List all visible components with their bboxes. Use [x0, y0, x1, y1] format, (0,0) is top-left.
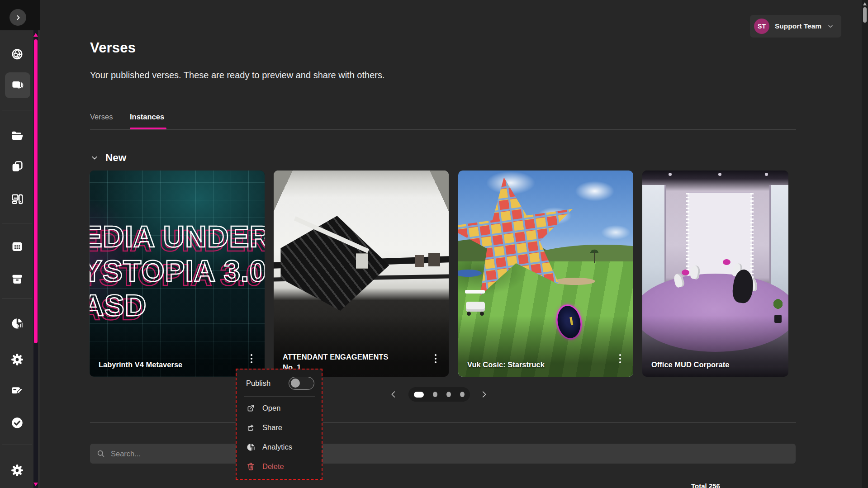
publish-toggle[interactable]	[289, 377, 314, 390]
media-layout-icon	[10, 192, 24, 206]
globe-search-icon	[10, 48, 24, 62]
check-circle-icon	[10, 416, 24, 430]
carousel-prev-button[interactable]	[387, 388, 400, 401]
chevron-right-icon	[479, 389, 489, 399]
card-context-menu: Publish Open Share	[236, 369, 323, 480]
menu-item-label: Delete	[262, 462, 284, 471]
share-icon	[246, 423, 256, 432]
card-kebab-menu-button[interactable]	[616, 354, 624, 366]
pie-chart-icon	[246, 442, 256, 452]
verse-card-office-mud[interactable]: Office MUD Corporate	[642, 171, 788, 377]
folder-open-icon	[10, 129, 24, 142]
sidebar-item-archive[interactable]	[5, 267, 30, 291]
card-edit-icon	[10, 384, 24, 397]
scroll-up-arrow-icon[interactable]	[863, 2, 867, 5]
search-input[interactable]	[111, 450, 789, 458]
carousel-next-button[interactable]	[478, 388, 490, 401]
page-scrollbar-thumb[interactable]	[863, 7, 867, 23]
avatar-initials: ST	[758, 23, 766, 30]
context-menu-item-share[interactable]: Share	[237, 418, 322, 437]
search-bar[interactable]	[90, 444, 796, 464]
context-menu-item-analytics[interactable]: Analytics	[237, 437, 322, 457]
gear-icon	[10, 464, 24, 477]
sidebar-item-settings[interactable]	[5, 348, 30, 371]
context-menu-publish-row: Publish	[237, 371, 322, 395]
scroll-down-arrow-icon[interactable]	[33, 483, 38, 486]
page-scrollbar[interactable]	[862, 0, 868, 488]
sidebar-item-media[interactable]	[5, 187, 30, 211]
account-menu-button[interactable]: ST Support Team	[750, 15, 841, 38]
toggle-knob	[291, 379, 300, 388]
sidebar-item-analytics[interactable]	[5, 312, 30, 335]
art-text-line: YSTOPIA 3.0	[90, 254, 265, 288]
layers-icon	[10, 78, 24, 92]
sidebar-divider	[2, 223, 32, 223]
chevron-right-icon	[14, 13, 23, 22]
search-icon	[96, 449, 105, 458]
context-menu-item-delete[interactable]: Delete	[237, 457, 322, 476]
gear-icon	[10, 353, 24, 366]
page-title: Verses	[90, 40, 136, 56]
pie-chart-icon	[10, 317, 24, 330]
sidebar-item-admin-settings[interactable]	[5, 459, 30, 482]
carousel-page-dots	[408, 387, 470, 402]
total-count-label: Total 256	[691, 482, 720, 488]
sidebar-item-tasks[interactable]	[5, 411, 30, 435]
card-kebab-menu-button[interactable]	[247, 354, 256, 366]
avatar: ST	[754, 19, 769, 34]
card-title: Labyrinth V4 Metaverse	[99, 360, 182, 370]
tab-verses[interactable]: Verses	[90, 113, 113, 121]
menu-item-label: Open	[262, 404, 280, 412]
verse-card-attendant[interactable]: ATTENDANT ENGAGEMENTS No. 1	[274, 171, 449, 377]
sidebar-item-verses[interactable]	[5, 73, 30, 97]
sidebar-divider	[2, 298, 32, 299]
verse-card-labyrinth[interactable]: EDIA UNDER YSTOPIA 3.0 ASD Labyrinth V4 …	[90, 171, 265, 377]
sidebar-item-discover[interactable]	[5, 43, 30, 66]
sidebar-divider	[2, 110, 32, 110]
trash-icon	[246, 462, 256, 471]
sidebar-item-card-edit[interactable]	[5, 379, 30, 402]
page-dot-2[interactable]	[433, 392, 437, 397]
section-label: New	[105, 152, 126, 164]
chevron-down-icon	[827, 23, 834, 30]
chevron-down-icon	[90, 154, 99, 162]
tab-instances[interactable]: Instances	[130, 113, 164, 121]
external-link-icon	[246, 403, 256, 413]
section-divider	[90, 422, 796, 423]
verse-card-starstruck[interactable]: Vuk Cosic: Starstruck	[458, 171, 633, 377]
menu-item-label: Analytics	[262, 443, 292, 451]
page-subtitle: Your published verses. These are ready t…	[90, 70, 384, 81]
copies-icon	[10, 160, 24, 173]
context-menu-item-open[interactable]: Open	[237, 398, 322, 418]
calendar-dots-icon	[10, 240, 24, 253]
sidebar-expand-button[interactable]	[9, 9, 26, 26]
archive-box-icon	[10, 272, 24, 286]
card-title: Vuk Cosic: Starstruck	[467, 360, 545, 370]
context-menu-divider	[244, 396, 315, 397]
sidebar-item-folder[interactable]	[5, 124, 30, 147]
sidebar-divider	[2, 445, 32, 445]
art-text-line: EDIA UNDER	[90, 219, 265, 254]
sidebar-scrollbar-thumb[interactable]	[34, 39, 38, 343]
card-kebab-menu-button[interactable]	[432, 354, 440, 366]
sidebar-item-calendar[interactable]	[5, 235, 30, 258]
page-dot-4[interactable]	[460, 392, 465, 397]
page-dot-3[interactable]	[446, 392, 451, 397]
page-dot-1[interactable]	[414, 392, 424, 398]
chevron-left-icon	[389, 389, 398, 399]
section-header-new[interactable]: New	[90, 152, 126, 164]
tabs-divider	[90, 129, 796, 130]
card-title: Office MUD Corporate	[651, 360, 729, 370]
sidebar-item-copies[interactable]	[5, 155, 30, 178]
publish-label: Publish	[246, 379, 270, 388]
menu-item-label: Share	[262, 423, 282, 432]
account-name: Support Team	[775, 22, 821, 30]
sidebar-scrollbar[interactable]	[33, 30, 38, 488]
scroll-up-arrow-icon[interactable]	[33, 33, 38, 37]
sidebar	[0, 0, 40, 488]
